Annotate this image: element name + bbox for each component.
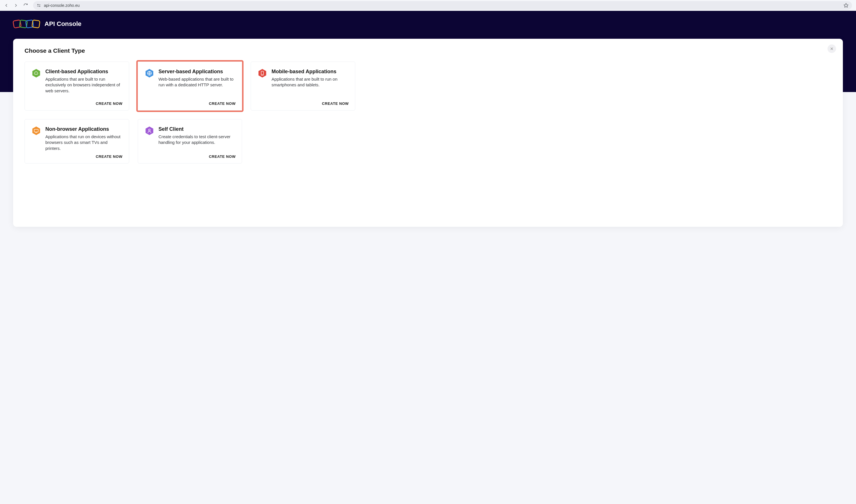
create-now-button[interactable]: CREATE NOW	[209, 155, 235, 159]
create-now-button[interactable]: CREATE NOW	[96, 102, 123, 106]
client-type-card[interactable]: Mobile-based Applications Applications t…	[251, 61, 355, 110]
card-title: Mobile-based Applications	[272, 69, 348, 75]
client-type-grid: Client-based Applications Applications t…	[24, 61, 355, 164]
bookmark-star-icon[interactable]	[843, 3, 849, 8]
client-type-card[interactable]: Client-based Applications Applications t…	[24, 61, 129, 110]
back-icon[interactable]	[4, 3, 8, 8]
main-panel: Choose a Client Type Client-based Applic…	[13, 39, 843, 227]
card-description: Applications that are built to run exclu…	[45, 76, 122, 94]
globe-icon	[145, 69, 154, 78]
card-description: Create credentials to test client-server…	[159, 134, 235, 146]
card-description: Applications that run on devices without…	[45, 134, 122, 151]
svg-point-2	[39, 6, 40, 6]
create-now-button[interactable]: CREATE NOW	[96, 155, 123, 159]
svg-marker-7	[33, 69, 40, 77]
svg-marker-4	[844, 3, 848, 7]
nav-buttons	[4, 3, 28, 8]
create-now-button[interactable]: CREATE NOW	[209, 102, 235, 106]
logo-icon	[13, 19, 40, 29]
brand-area: API Console	[0, 11, 856, 29]
card-description: Web-based applications that are built to…	[159, 76, 235, 88]
phone-icon	[258, 69, 267, 78]
card-title: Non-browser Applications	[45, 126, 122, 132]
tv-icon	[32, 126, 41, 135]
client-type-card[interactable]: Server-based Applications Web-based appl…	[138, 61, 242, 110]
card-title: Client-based Applications	[45, 69, 122, 75]
create-now-button[interactable]: CREATE NOW	[322, 102, 349, 106]
svg-marker-10	[259, 69, 266, 77]
card-description: Applications that are built to run on sm…	[272, 76, 348, 88]
person-icon	[145, 126, 154, 135]
address-bar[interactable]: api-console.zoho.eu	[33, 1, 852, 10]
card-title: Server-based Applications	[159, 69, 235, 75]
svg-point-0	[37, 4, 38, 5]
puzzle-icon	[32, 69, 41, 78]
site-settings-icon[interactable]	[36, 3, 41, 8]
svg-marker-13	[33, 126, 40, 135]
forward-icon[interactable]	[14, 3, 18, 8]
page-heading: Choose a Client Type	[24, 47, 832, 54]
brand-title: API Console	[45, 20, 82, 28]
url-text: api-console.zoho.eu	[44, 3, 841, 8]
browser-toolbar: api-console.zoho.eu	[0, 0, 856, 11]
client-type-card[interactable]: Non-browser Applications Applications th…	[24, 119, 129, 164]
refresh-icon[interactable]	[23, 3, 28, 8]
close-button[interactable]	[827, 44, 836, 53]
client-type-card[interactable]: Self Client Create credentials to test c…	[138, 119, 242, 164]
card-title: Self Client	[159, 126, 235, 132]
